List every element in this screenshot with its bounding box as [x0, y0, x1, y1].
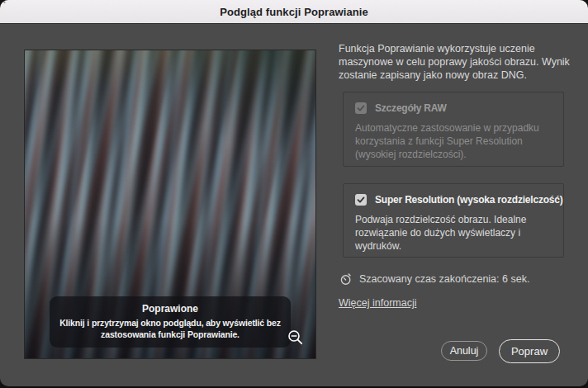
super-resolution-checkbox[interactable] — [355, 194, 367, 206]
dialog-title: Podgląd funkcji Poprawianie — [220, 6, 368, 18]
stopwatch-icon — [339, 272, 353, 286]
dialog-titlebar: ✕ Podgląd funkcji Poprawianie — [0, 0, 588, 24]
estimated-time-text: Szacowany czas zakończenia: 6 sek. — [359, 273, 529, 285]
estimated-time-row: Szacowany czas zakończenia: 6 sek. — [339, 272, 529, 286]
close-icon[interactable]: ✕ — [0, 0, 7, 6]
enhance-preview-dialog: ✕ Podgląd funkcji Poprawianie Poprawione… — [0, 0, 588, 386]
zoom-out-magnifier-icon[interactable] — [287, 329, 305, 347]
super-resolution-description: Podwaja rozdzielczość obrazu. Idealne ro… — [355, 213, 552, 253]
super-resolution-label: Super Resolution (wysoka rozdzielczość) — [375, 194, 563, 206]
checkmark-icon — [357, 104, 365, 112]
cancel-button[interactable]: Anuluj — [441, 341, 487, 361]
option-super-resolution: Super Resolution (wysoka rozdzielczość) … — [343, 183, 564, 258]
enhance-preview-image[interactable]: Poprawione Kliknij i przytrzymaj okno po… — [24, 50, 316, 359]
more-info-link[interactable]: Więcej informacji — [339, 297, 416, 309]
raw-details-description: Automatyczne zastosowanie w przypadku ko… — [355, 121, 552, 161]
enhance-button[interactable]: Popraw — [499, 339, 560, 363]
enhance-description: Funkcja Poprawianie wykorzystuje uczenie… — [339, 42, 580, 82]
badge-title: Poprawione — [58, 303, 282, 315]
option-raw-details: Szczegóły RAW Automatyczne zastosowanie … — [343, 92, 564, 167]
badge-instruction: Kliknij i przytrzymaj okno podglądu, aby… — [58, 317, 282, 340]
raw-details-label: Szczegóły RAW — [375, 102, 447, 114]
checkmark-icon — [357, 196, 365, 204]
enhanced-tooltip-badge: Poprawione Kliknij i przytrzymaj okno po… — [50, 296, 291, 348]
raw-details-checkbox — [355, 102, 367, 114]
